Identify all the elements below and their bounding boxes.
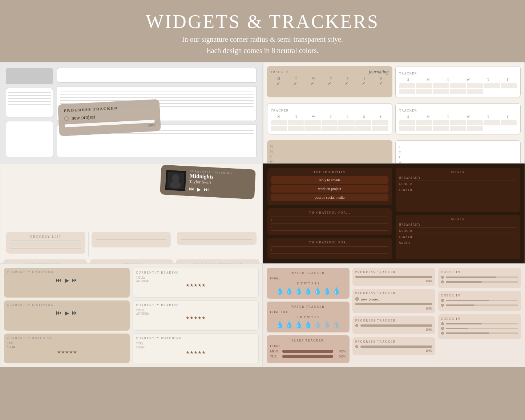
empty-col-2 (89, 232, 174, 257)
listening-title-1: CURRENTLY LISTENING (7, 271, 127, 274)
checkin-fill-7 (446, 332, 489, 334)
music-controls[interactable]: ⏮ ▶ ⏭ (189, 186, 250, 195)
next-icon-2[interactable]: ⏭ (72, 310, 78, 316)
dark-divider-4 (271, 246, 388, 247)
m-label: M (270, 145, 389, 148)
dark-divider-1 (271, 217, 388, 217)
meal-line-2 (399, 187, 517, 187)
play-icon-1[interactable]: ▶ (65, 277, 69, 284)
breakfast-label-2: BREAKFAST: (399, 223, 517, 226)
quadrant-top-left: PROGRESS TRACKER new project 100% (0, 62, 263, 163)
water-goal-label-1: GOAL: (270, 276, 280, 280)
checkin-fill-5 (446, 323, 482, 324)
divider-2 (11, 243, 81, 243)
author-field-2: AUTHOR: (136, 312, 255, 315)
play-button[interactable]: ▶ (197, 186, 201, 193)
checkin-fill-1 (446, 276, 496, 278)
checkin-dot-7 (441, 332, 444, 335)
drop-filled-3: 💧 (295, 321, 303, 329)
checkin-line-1 (441, 276, 518, 279)
water-days-2: SMTWTFS (270, 316, 346, 319)
w-label-2: W (399, 160, 517, 163)
water-days-1: MTWTFSS (270, 282, 346, 285)
grateful-item-3: 1. (271, 248, 388, 252)
checkin-line-7 (441, 332, 518, 335)
prev-icon-2[interactable]: ⏮ (56, 310, 62, 316)
drop-filled-1: 💧 (276, 321, 284, 329)
prog-dot-2 (355, 324, 358, 327)
header-subtitle-1: In our signature corner radius & semi-tr… (7, 35, 518, 44)
prog-pct-4: 100% (355, 349, 432, 352)
right-col-3: CHECK IN CHECK IN (438, 268, 521, 363)
tracker-checks: ✓✓✓✓✓✓✓ (271, 81, 389, 86)
grocery-widget-top: GROCERY LIST (6, 232, 85, 254)
s-label: S (399, 145, 517, 149)
sleep-row-mon: MON 100% (270, 350, 346, 353)
water-goal-2: GOAL: 1.8 L (270, 310, 346, 314)
water-goal-label-2: GOAL: (270, 310, 280, 314)
checkin-line-2 (441, 280, 518, 283)
drop-5: 💧 (314, 287, 322, 295)
tracker-days-2: SMTWTF (399, 78, 517, 81)
quadrant-bottom-right: WATER TRACKER GOAL: MTWTFSS 💧 💧 💧 💧 💧 💧 … (263, 264, 525, 367)
author-field: AUTHOR: (136, 279, 255, 283)
sleep-bar-bg-2 (282, 355, 333, 358)
play-icon-2[interactable]: ▶ (65, 310, 69, 316)
drop-empty-3: 💧 (332, 321, 340, 329)
media-controls-2[interactable]: ⏮ ▶ ⏭ (7, 310, 127, 316)
type-field: TYPE: (7, 342, 127, 345)
next-icon-1[interactable]: ⏭ (72, 277, 78, 284)
dark-column-2: MEALS BREAKFAST: LUNCH: DINNER: MEALS BR… (396, 168, 520, 259)
progress-dot (64, 116, 69, 121)
t-label-3: T (399, 155, 517, 159)
media-controls-1[interactable]: ⏮ ▶ ⏭ (7, 277, 127, 284)
currently-watching-widget-2: CURRENTLY WATCHING TYPE: SHOW: ★★★★★ (133, 334, 258, 363)
checkin-title-3: CHECK IN (441, 317, 518, 320)
right-col-2: PROGRESS TRACKER 100% PROGRESS TRACKER n… (352, 268, 435, 363)
grateful-item-2: 2. (271, 225, 388, 229)
prog-pct-3: 100% (355, 328, 432, 331)
divider-6 (96, 239, 166, 240)
page-title: WIDGETS & TRACKERS (7, 11, 518, 32)
snack-label: SNACK: (399, 242, 517, 245)
dark-divider-5 (271, 253, 388, 254)
top-priorities-widget: TOP PRIORITIES reply to emails work on p… (267, 168, 392, 205)
dark-divider-2 (271, 223, 388, 224)
checkin-line-4 (441, 304, 518, 307)
m-label-2: M (270, 150, 389, 153)
checkin-bar-4 (446, 304, 518, 306)
show-field-2: SHOW: (136, 346, 255, 349)
drop-filled-2: 💧 (285, 321, 293, 329)
tracker-m-widget: M M T W T (267, 140, 392, 163)
tracker-label-4: TRACKER (399, 109, 417, 112)
checkin-dot-3 (441, 299, 444, 302)
prog-pct-1: 100% (355, 280, 432, 283)
sleep-day-tue: TUE (270, 355, 280, 358)
header-subtitle-2: Each design comes in 8 neutral colors. (7, 47, 518, 55)
sleep-row-tue: TUE 100% (270, 355, 346, 358)
checkin-bar-3 (446, 300, 518, 301)
meal-lunch-2: LUNCH: (399, 229, 517, 234)
tracker-days-3: MTWTFSS (271, 115, 388, 118)
lunch-label-2: LUNCH: (399, 229, 517, 233)
water-title-1: WATER TRACKER (270, 271, 346, 275)
tracker-s-widget: S M T W T (395, 140, 521, 163)
prev-button[interactable]: ⏮ (189, 186, 194, 193)
prev-icon-1[interactable]: ⏮ (56, 277, 62, 284)
stars-2: ★★★★★ (136, 315, 255, 321)
next-button[interactable]: ⏭ (203, 187, 209, 193)
bottom-widgets-row: GROCERY LIST ✓ fruit & veg ✓ oat milk ✓ … (3, 259, 259, 264)
grey-rect-small (57, 68, 257, 82)
grey-box-large (6, 88, 53, 117)
checkin-title-1: CHECK IN (441, 271, 518, 274)
checkin-fill-6 (446, 328, 468, 329)
checkin-line-6 (441, 327, 518, 330)
checkin-widget-3: CHECK IN (438, 314, 521, 339)
grateful-title-2: I'M GRATEFUL FOR... (271, 241, 388, 244)
drop-filled-4: 💧 (304, 321, 312, 329)
empty-tracker-3: TRACKER SMTWTF (395, 103, 521, 134)
checkin-bar-7 (446, 332, 518, 334)
lunch-label: LUNCH: (399, 182, 517, 186)
progress-widget-2: PROGRESS TRACKER new project 100% (352, 289, 435, 313)
meals-widget-2: MEALS BREAKFAST: LUNCH: DINNER: SNACK: (396, 215, 520, 259)
